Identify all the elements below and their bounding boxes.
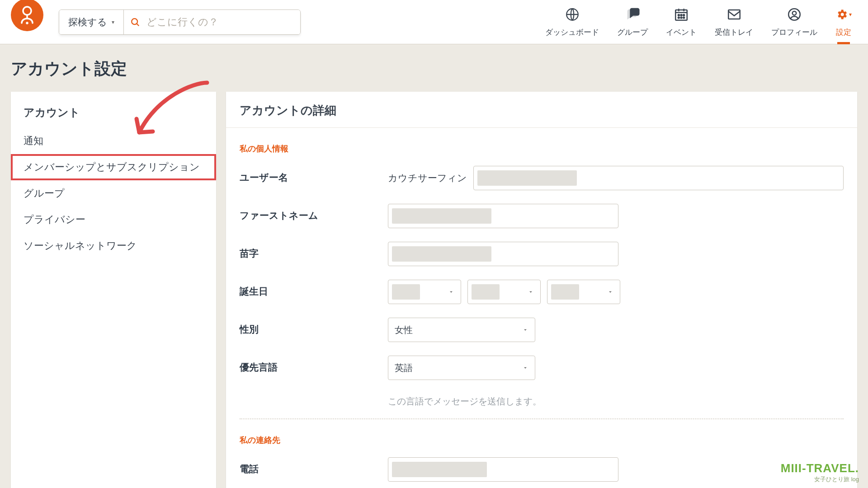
section-divider: [240, 418, 844, 419]
svg-point-1: [27, 23, 28, 23]
nav-events[interactable]: イベント: [663, 6, 699, 44]
nav-label: ダッシュボード: [545, 27, 599, 38]
row-username: ユーザー名 カウチサーフィン: [240, 166, 844, 190]
svg-point-0: [23, 7, 31, 15]
account-details-panel: アカウントの詳細 私の個人情報 ユーザー名 カウチサーフィン ファーストネーム …: [226, 92, 857, 488]
gear-icon: ▾: [835, 6, 852, 23]
watermark: MIII-TRAVEL. 女子ひとり旅 log: [781, 461, 859, 483]
search-icon: [130, 17, 140, 27]
language-helper-text: この言語でメッセージを送信します。: [388, 395, 844, 408]
sidebar-item-social[interactable]: ソーシャルネットワーク: [11, 233, 216, 259]
nav-groups[interactable]: グループ: [614, 6, 651, 44]
label-username: ユーザー名: [240, 166, 388, 184]
lastname-input[interactable]: [388, 242, 618, 266]
panel-heading: アカウントの詳細: [240, 103, 844, 118]
phone-input[interactable]: [388, 457, 618, 482]
birthday-year-select[interactable]: [547, 280, 620, 304]
nav-dashboard[interactable]: ダッシュボード: [542, 6, 602, 44]
svg-point-9: [681, 17, 682, 19]
svg-point-10: [683, 17, 684, 19]
label-language: 優先言語: [240, 356, 388, 374]
birthday-day-select[interactable]: [467, 280, 541, 304]
search-container: 探検する ▾: [59, 9, 301, 35]
row-firstname: ファーストネーム: [240, 204, 844, 228]
svg-point-2: [132, 19, 137, 24]
svg-point-6: [681, 14, 682, 16]
section-contact: 私の連絡先: [240, 435, 844, 446]
page-body: アカウント設定 アカウント 通知 メンバーシップとサブスクリプション グループ …: [0, 44, 868, 488]
explore-label: 探検する: [68, 16, 107, 28]
nav-settings[interactable]: ▾ 設定: [833, 6, 854, 44]
sidebar-item-membership[interactable]: メンバーシップとサブスクリプション: [11, 154, 216, 180]
sidebar-item-privacy[interactable]: プライバシー: [11, 206, 216, 233]
row-phone: 電話: [240, 457, 844, 482]
svg-point-5: [678, 14, 679, 16]
nav-label: 受信トレイ: [715, 27, 753, 38]
calendar-icon: [673, 6, 689, 23]
label-birthday: 誕生日: [240, 280, 388, 298]
label-firstname: ファーストネーム: [240, 204, 388, 222]
search-field: [124, 10, 300, 34]
settings-sidebar: アカウント 通知 メンバーシップとサブスクリプション グループ プライバシー ソ…: [11, 92, 216, 488]
row-gender: 性別 女性: [240, 318, 844, 342]
label-lastname: 苗字: [240, 242, 388, 260]
couchsurfing-icon: [16, 4, 38, 26]
row-birthday: 誕生日: [240, 280, 844, 304]
sidebar-item-notifications[interactable]: 通知: [11, 128, 216, 154]
sidebar-title: アカウント: [11, 102, 216, 128]
svg-rect-11: [728, 10, 740, 19]
explore-dropdown[interactable]: 探検する ▾: [59, 10, 124, 34]
birthday-month-select[interactable]: [388, 280, 461, 304]
profile-icon: [786, 6, 802, 23]
label-phone: 電話: [240, 457, 388, 475]
top-header: 探検する ▾ ダッシュボード グループ イベント: [0, 0, 868, 44]
nav-label: 設定: [836, 27, 851, 38]
username-prefix: カウチサーフィン: [388, 172, 467, 184]
nav-profile[interactable]: プロフィール: [769, 6, 820, 44]
section-personal-info: 私の個人情報: [240, 143, 844, 154]
chat-icon: [624, 6, 641, 23]
language-select[interactable]: 英語: [388, 356, 535, 380]
nav-inbox[interactable]: 受信トレイ: [712, 6, 756, 44]
sidebar-item-groups[interactable]: グループ: [11, 180, 216, 206]
svg-point-8: [678, 17, 679, 19]
gender-select[interactable]: 女性: [388, 318, 535, 342]
nav-label: プロフィール: [771, 27, 817, 38]
caret-down-icon: ▾: [112, 19, 114, 25]
username-input[interactable]: [473, 166, 844, 190]
globe-icon: [564, 6, 580, 23]
row-lastname: 苗字: [240, 242, 844, 266]
search-input[interactable]: [140, 16, 294, 28]
nav-label: グループ: [617, 27, 648, 38]
svg-point-13: [793, 11, 797, 15]
mail-icon: [726, 6, 742, 23]
row-language: 優先言語 英語 この言語でメッセージを送信します。: [240, 356, 844, 408]
caret-down-icon: ▾: [849, 11, 852, 18]
brand-logo[interactable]: [11, 0, 43, 31]
firstname-input[interactable]: [388, 204, 618, 228]
label-gender: 性別: [240, 318, 388, 336]
svg-point-7: [683, 14, 684, 16]
top-nav: ダッシュボード グループ イベント 受信トレイ プロフィール: [542, 0, 854, 44]
page-title: アカウント設定: [11, 58, 857, 80]
nav-label: イベント: [666, 27, 697, 38]
